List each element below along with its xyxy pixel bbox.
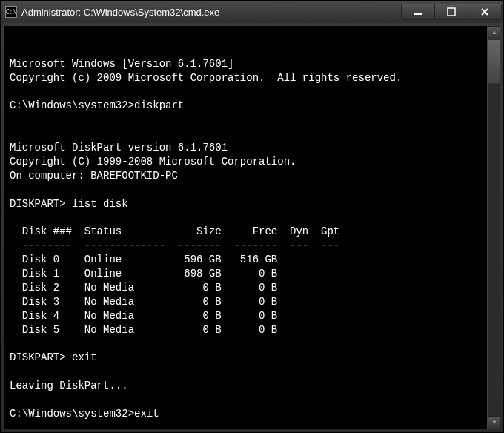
- maximize-icon: [447, 7, 456, 16]
- scroll-thumb[interactable]: [488, 39, 500, 84]
- chevron-up-icon: ▲: [493, 29, 497, 37]
- command-input: exit: [72, 351, 97, 363]
- copyright-line: Copyright (c) 2009 Microsoft Corporation…: [10, 72, 402, 84]
- close-icon: [480, 7, 489, 16]
- svg-rect-1: [448, 8, 455, 16]
- minimize-icon: [414, 7, 422, 16]
- scroll-down-button[interactable]: ▼: [488, 416, 500, 429]
- diskpart-version: Microsoft DiskPart version 6.1.7601: [10, 142, 228, 153]
- titlebar[interactable]: C:\ Administrator: C:\Windows\System32\c…: [1, 1, 503, 23]
- close-button[interactable]: [468, 4, 502, 20]
- prompt: C:\Windows\system32>: [10, 99, 134, 111]
- console-content: Microsoft Windows [Version 6.1.7601] Cop…: [10, 57, 494, 421]
- console[interactable]: Microsoft Windows [Version 6.1.7601] Cop…: [4, 26, 500, 429]
- window-title: Administrator: C:\Windows\System32\cmd.e…: [21, 7, 402, 18]
- window-controls: [402, 4, 502, 20]
- prompt: C:\Windows\system32>: [10, 408, 134, 420]
- cmd-icon: C:\: [5, 6, 17, 18]
- vertical-scrollbar[interactable]: ▲ ▼: [487, 26, 500, 429]
- svg-rect-0: [414, 13, 422, 15]
- minimize-button[interactable]: [401, 4, 435, 20]
- chevron-down-icon: ▼: [493, 419, 497, 427]
- disk-table: Disk ### Status Size Free Dyn Gpt ------…: [10, 225, 339, 335]
- command-input: diskpart: [134, 99, 184, 111]
- os-version-line: Microsoft Windows [Version 6.1.7601]: [10, 58, 233, 70]
- command-input: exit: [134, 408, 159, 420]
- diskpart-leaving: Leaving DiskPart...: [10, 380, 128, 391]
- command-input: list disk: [72, 198, 128, 210]
- diskpart-copyright: Copyright (C) 1999-2008 Microsoft Corpor…: [10, 156, 296, 168]
- scroll-up-button[interactable]: ▲: [488, 26, 500, 39]
- diskpart-computer: On computer: BAREFOOTKID-PC: [10, 170, 178, 182]
- cmd-window: C:\ Administrator: C:\Windows\System32\c…: [0, 0, 504, 433]
- diskpart-prompt: DISKPART>: [10, 351, 72, 363]
- diskpart-prompt: DISKPART>: [10, 198, 72, 210]
- maximize-button[interactable]: [434, 4, 468, 20]
